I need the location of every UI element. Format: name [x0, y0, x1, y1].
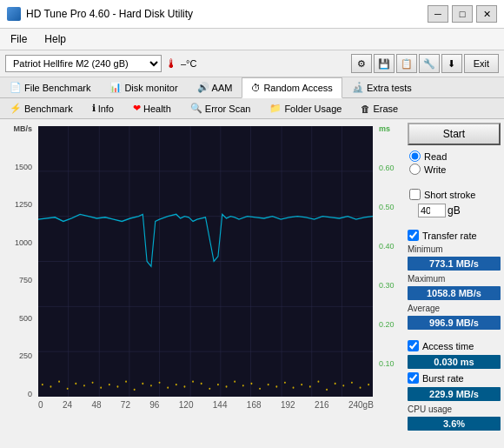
svg-point-51: [335, 383, 336, 384]
x-label-240: 240gB: [348, 400, 374, 410]
burst-rate-checkbox[interactable]: [408, 372, 419, 384]
svg-point-54: [360, 386, 361, 388]
stroke-number-input[interactable]: [418, 204, 446, 217]
access-time-label[interactable]: Access time: [408, 340, 501, 351]
y-left-label: MB/s: [13, 124, 32, 133]
drive-select[interactable]: Patriot Hellfire M2 (240 gB): [5, 55, 162, 72]
y-left-500: 500: [19, 314, 32, 323]
svg-point-23: [100, 386, 102, 388]
tab-row-2: ⚡ Benchmark ℹ Info ❤ Health 🔍 Error Scan…: [0, 98, 504, 119]
tab-info[interactable]: ℹ Info: [83, 98, 123, 118]
erase-icon: 🗑: [361, 104, 370, 114]
svg-point-31: [167, 386, 169, 388]
short-stroke-section: Short stroke gB: [408, 187, 501, 219]
x-label-24: 24: [63, 400, 72, 410]
cpu-usage-value: 3.6%: [408, 417, 501, 431]
svg-point-20: [75, 383, 76, 384]
svg-point-37: [217, 384, 219, 385]
aam-icon: 🔊: [197, 82, 209, 93]
svg-point-34: [192, 381, 194, 383]
toolbar-btn-4[interactable]: 🔧: [419, 54, 440, 73]
transfer-rate-label[interactable]: Transfer rate: [408, 230, 501, 241]
write-radio[interactable]: [409, 164, 421, 175]
svg-point-53: [351, 382, 353, 384]
tab-benchmark[interactable]: ⚡ Benchmark: [0, 98, 83, 118]
svg-point-16: [42, 384, 43, 385]
y-right-040: 0.40: [379, 242, 395, 251]
svg-point-41: [250, 383, 252, 384]
y-right-060: 0.60: [379, 164, 395, 172]
short-stroke-checkbox[interactable]: [409, 189, 421, 200]
benchmark-icon: ⚡: [10, 103, 22, 114]
info-icon: ℹ: [92, 103, 96, 114]
transfer-rate-checkbox[interactable]: [408, 230, 419, 241]
maximum-label: Maximum: [408, 274, 501, 284]
window-controls: ─ □ ✕: [428, 5, 497, 23]
tab-aam[interactable]: 🔊 AAM: [188, 77, 242, 97]
error-scan-icon: 🔍: [190, 103, 202, 114]
start-button[interactable]: Start: [408, 123, 501, 145]
access-time-checkbox[interactable]: [408, 340, 419, 351]
svg-point-26: [125, 381, 127, 383]
x-label-0: 0: [38, 400, 43, 410]
write-radio-label[interactable]: Write: [409, 164, 499, 175]
svg-point-29: [150, 384, 152, 386]
random-access-icon: ⏱: [251, 83, 261, 93]
tab-folder-usage[interactable]: 📁 Folder Usage: [260, 98, 351, 118]
read-radio[interactable]: [409, 150, 421, 162]
exit-button[interactable]: Exit: [464, 54, 499, 73]
toolbar-btn-1[interactable]: ⚙: [351, 54, 372, 73]
svg-point-40: [242, 384, 244, 386]
x-label-216: 216: [315, 400, 329, 410]
toolbar-btn-2[interactable]: 💾: [374, 54, 395, 73]
minimum-value: 773.1 MB/s: [408, 257, 501, 271]
svg-point-19: [67, 388, 69, 390]
tab-disk-monitor[interactable]: 📊 Disk monitor: [100, 77, 187, 97]
maximize-button[interactable]: □: [452, 5, 473, 23]
svg-point-36: [209, 388, 210, 390]
read-radio-label[interactable]: Read: [409, 150, 499, 162]
stroke-unit: gB: [448, 204, 461, 217]
y-right-020: 0.20: [379, 320, 395, 329]
svg-point-47: [301, 384, 302, 385]
tab-erase[interactable]: 🗑 Erase: [351, 98, 408, 118]
minimum-section: Minimum 773.1 MB/s: [408, 244, 501, 271]
right-panel: Start Read Write Short stroke gB: [404, 119, 504, 415]
x-label-96: 96: [149, 400, 159, 410]
menu-help[interactable]: Help: [41, 31, 70, 47]
disk-monitor-icon: 📊: [109, 82, 122, 93]
y-left-1500: 1500: [15, 163, 32, 171]
tab-random-access[interactable]: ⏱ Random Access: [242, 77, 342, 98]
y-right-030: 0.30: [379, 281, 395, 290]
tab-file-benchmark[interactable]: 📄 File Benchmark: [0, 77, 100, 97]
minimize-button[interactable]: ─: [428, 5, 448, 23]
x-label-72: 72: [121, 400, 130, 410]
y-right-050: 0.50: [379, 203, 395, 211]
thermometer-icon: 🌡: [165, 57, 177, 70]
extra-tests-icon: 🔬: [352, 82, 364, 93]
svg-point-55: [368, 384, 369, 385]
svg-point-43: [268, 384, 269, 385]
temp-unit: –°C: [181, 58, 196, 69]
svg-point-48: [309, 385, 311, 387]
toolbar-btn-3[interactable]: 📋: [396, 54, 417, 73]
close-button[interactable]: ✕: [476, 5, 497, 23]
menu-file[interactable]: File: [7, 31, 30, 47]
short-stroke-label[interactable]: Short stroke: [409, 189, 499, 200]
svg-point-28: [142, 383, 143, 384]
burst-rate-value: 229.9 MB/s: [408, 387, 501, 401]
folder-usage-icon: 📁: [269, 103, 282, 114]
toolbar-btn-5[interactable]: ⬇: [441, 54, 462, 73]
svg-point-44: [275, 385, 277, 387]
minimum-label: Minimum: [408, 244, 501, 254]
svg-point-50: [326, 389, 328, 391]
tab-error-scan[interactable]: 🔍 Error Scan: [181, 98, 261, 118]
tab-extra-tests[interactable]: 🔬 Extra tests: [342, 77, 421, 97]
burst-rate-label[interactable]: Burst rate: [408, 372, 501, 384]
maximum-section: Maximum 1058.8 MB/s: [408, 274, 501, 300]
tab-health[interactable]: ❤ Health: [123, 98, 181, 118]
toolbar: Patriot Hellfire M2 (240 gB) 🌡 –°C ⚙ 💾 📋…: [0, 50, 504, 77]
average-value: 996.9 MB/s: [408, 316, 501, 330]
health-icon: ❤: [133, 103, 141, 114]
svg-point-32: [176, 384, 177, 385]
